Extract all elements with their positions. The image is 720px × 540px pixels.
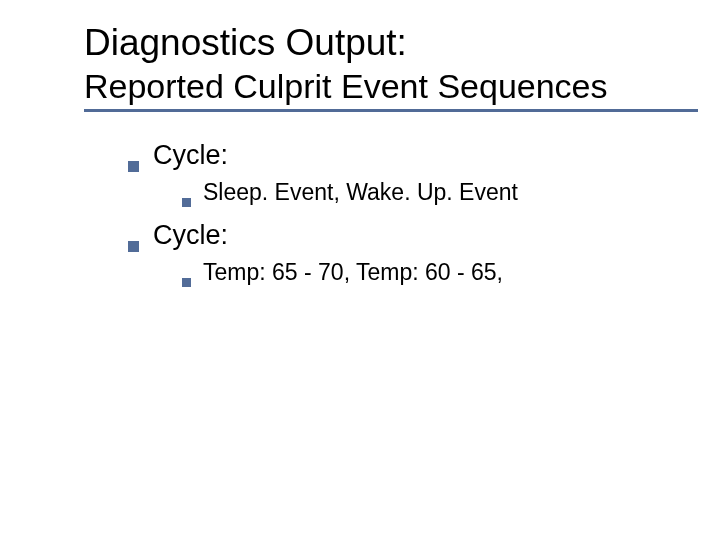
bullet-square-icon [182, 278, 191, 287]
bullet-square-icon [182, 198, 191, 207]
list-subitem-label: Sleep. Event, Wake. Up. Event [203, 179, 518, 206]
bullet-square-icon [128, 241, 139, 252]
slide-body: Cycle: Sleep. Event, Wake. Up. Event Cyc… [0, 112, 720, 286]
slide-title: Diagnostics Output: Reported Culprit Eve… [0, 22, 720, 107]
list-item: Cycle: [128, 220, 720, 251]
list-item: Cycle: [128, 140, 720, 171]
list-item-label: Cycle: [153, 220, 228, 251]
title-line-2: Reported Culprit Event Sequences [84, 65, 720, 108]
list-subitem-label: Temp: 65 - 70, Temp: 60 - 65, [203, 259, 503, 286]
slide: Diagnostics Output: Reported Culprit Eve… [0, 0, 720, 286]
list-subitem: Sleep. Event, Wake. Up. Event [182, 179, 720, 206]
title-line-1: Diagnostics Output: [84, 22, 720, 65]
bullet-square-icon [128, 161, 139, 172]
list-item-label: Cycle: [153, 140, 228, 171]
list-subitem: Temp: 65 - 70, Temp: 60 - 65, [182, 259, 720, 286]
